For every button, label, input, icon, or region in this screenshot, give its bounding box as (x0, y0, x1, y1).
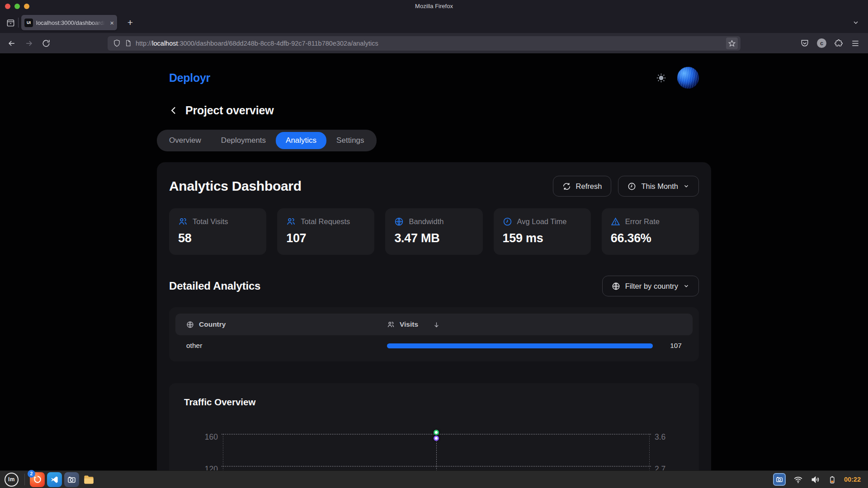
tab-favicon: UI (24, 19, 33, 27)
deployr-logo[interactable]: Deployr (169, 71, 210, 84)
tab-deployments[interactable]: Deployments (211, 132, 276, 149)
tab-analytics[interactable]: Analytics (276, 132, 326, 149)
bookmark-star-icon[interactable] (726, 38, 738, 49)
traffic-overview-title: Traffic Overview (184, 397, 687, 408)
project-tabs: Overview Deployments Analytics Settings (157, 130, 377, 151)
pocket-icon[interactable] (800, 39, 809, 48)
minimize-window-button[interactable] (24, 4, 29, 9)
chevron-down-icon (683, 183, 689, 189)
visits-cell: 107 (658, 342, 682, 350)
theme-toggle-sun-icon[interactable] (656, 73, 666, 83)
url-text: http://localhost:3000/dashboard/68dd248b… (136, 40, 722, 47)
stat-value: 159 ms (503, 231, 582, 245)
y-axis-tick-right: 2.7 (655, 465, 676, 470)
battery-icon[interactable] (828, 475, 836, 484)
screenshot-tray-icon[interactable] (773, 473, 786, 486)
screenshot-tool-taskbar-icon[interactable] (64, 472, 79, 487)
taskbar-clock[interactable]: 00:22 (844, 476, 861, 483)
browser-navbar: http://localhost:3000/dashboard/68dd248b… (0, 33, 868, 53)
stat-value: 58 (178, 231, 257, 245)
sort-descending-arrow-icon[interactable] (433, 321, 440, 328)
window-title: Mozilla Firefox (415, 3, 453, 9)
stat-value: 107 (286, 231, 365, 245)
page-info-icon[interactable] (125, 39, 132, 47)
detailed-analytics-title: Detailed Analytics (169, 280, 260, 292)
site-header: Deployr (157, 53, 711, 89)
tab-title: localhost:3000/dashboard/68 (36, 19, 107, 26)
navbar-right-icons: c (800, 38, 863, 48)
account-icon[interactable]: c (817, 38, 826, 48)
page-title: Project overview (185, 104, 274, 117)
taskbar-separator (24, 474, 25, 485)
users-icon (387, 321, 395, 328)
user-avatar[interactable] (677, 67, 699, 89)
refresh-button[interactable]: Refresh (553, 176, 612, 197)
data-point-green (434, 430, 439, 435)
column-visits[interactable]: Visits (387, 320, 658, 328)
data-point-purple (434, 436, 439, 441)
stat-card-error-rate: Error Rate 66.36% (602, 208, 699, 255)
maximize-window-button[interactable] (14, 4, 20, 9)
users-icon (178, 217, 188, 226)
reload-button[interactable] (39, 36, 53, 51)
analytics-panel: Analytics Dashboard Refresh This Month (157, 162, 711, 470)
stat-cards: Total Visits 58 Total Requests 107 Bandw… (169, 208, 699, 255)
taskbar: lm 2 (0, 470, 868, 488)
traffic-overview-card: Traffic Overview 160 120 3.6 2.7 (169, 383, 699, 470)
globe-icon (394, 217, 404, 226)
refresh-icon (562, 182, 571, 191)
back-button[interactable] (5, 36, 19, 51)
notification-badge: 2 (28, 470, 35, 478)
stat-card-total-requests: Total Requests 107 (277, 208, 374, 255)
table-header: Country Visits (175, 314, 693, 335)
traffic-chart: 160 120 3.6 2.7 (195, 428, 678, 470)
globe-icon (612, 282, 620, 291)
vscode-taskbar-icon[interactable] (47, 472, 62, 487)
column-country[interactable]: Country (186, 320, 387, 328)
web-page: Deployr Project overview Overview Deploy… (0, 53, 868, 470)
dashboard-title: Analytics Dashboard (169, 178, 302, 194)
chevron-left-icon (169, 106, 179, 115)
stat-value: 66.36% (611, 231, 690, 245)
window-controls (5, 4, 29, 9)
window-titlebar: Mozilla Firefox (0, 0, 868, 12)
volume-icon[interactable] (811, 475, 820, 484)
table-row: other 107 (175, 335, 693, 353)
stat-card-avg-load-time: Avg Load Time 159 ms (494, 208, 591, 255)
country-cell: other (186, 342, 387, 350)
tab-overview[interactable]: Overview (159, 132, 211, 149)
close-window-button[interactable] (5, 4, 10, 9)
filter-by-country-dropdown[interactable]: Filter by country (602, 276, 699, 296)
file-manager-taskbar-icon[interactable] (81, 472, 96, 487)
extensions-puzzle-icon[interactable] (834, 39, 843, 48)
y-axis-tick-left: 160 (196, 432, 218, 442)
forward-button[interactable] (22, 36, 36, 51)
country-visits-table: Country Visits other (169, 307, 699, 361)
y-axis-tick-right: 3.6 (655, 432, 676, 442)
new-tab-button[interactable]: + (123, 16, 137, 29)
chart-plot-area: 160 120 3.6 2.7 (223, 434, 650, 470)
chevron-down-icon (683, 283, 689, 289)
stat-card-bandwidth: Bandwidth 3.47 MB (385, 208, 482, 255)
period-dropdown[interactable]: This Month (618, 176, 699, 197)
menu-hamburger-icon[interactable] (851, 39, 860, 48)
users-icon (286, 217, 296, 226)
tab-bar: UI localhost:3000/dashboard/68 × + (0, 12, 868, 33)
screen: Mozilla Firefox UI localhost:3000/dashbo… (0, 0, 868, 488)
firefox-taskbar-icon[interactable]: 2 (30, 472, 45, 487)
clock-icon (627, 182, 636, 191)
globe-icon (186, 321, 194, 328)
back-link[interactable]: Project overview (157, 104, 711, 117)
mint-menu-button[interactable]: lm (5, 473, 19, 487)
list-all-tabs-chevron-icon[interactable] (849, 16, 863, 29)
browser-tab[interactable]: UI localhost:3000/dashboard/68 × (21, 15, 117, 30)
tab-close-icon[interactable]: × (110, 19, 114, 26)
url-bar[interactable]: http://localhost:3000/dashboard/68dd248b… (108, 36, 741, 51)
stat-card-total-visits: Total Visits 58 (169, 208, 266, 255)
alert-triangle-icon (611, 217, 620, 226)
wifi-icon[interactable] (793, 475, 803, 484)
tab-settings[interactable]: Settings (326, 132, 374, 149)
shield-icon (113, 39, 121, 47)
firefox-view-icon[interactable] (4, 16, 17, 29)
y-axis-tick-left: 120 (196, 465, 218, 470)
